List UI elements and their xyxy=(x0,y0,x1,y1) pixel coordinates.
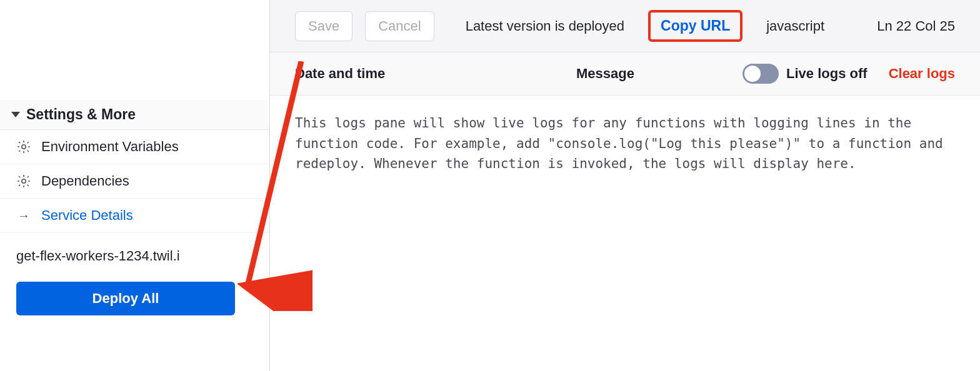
toggle-knob xyxy=(744,66,761,82)
clear-logs-button[interactable]: Clear logs xyxy=(889,66,955,82)
logs-placeholder: This logs pane will show live logs for a… xyxy=(270,96,980,192)
editor-toolbar: Save Cancel Latest version is deployed C… xyxy=(270,0,980,52)
logs-header: Date and time Message Live logs off Clea… xyxy=(270,52,980,96)
logs-col-message: Message xyxy=(576,66,689,82)
deploy-status: Latest version is deployed xyxy=(466,18,624,34)
sidebar-item-service-details[interactable]: → Service Details xyxy=(0,199,269,233)
service-domain: get-flex-workers-1234.twil.i xyxy=(0,233,269,273)
section-title: Settings & More xyxy=(26,106,136,123)
save-button[interactable]: Save xyxy=(295,11,352,41)
main-panel: Save Cancel Latest version is deployed C… xyxy=(270,0,980,371)
chevron-down-icon xyxy=(11,112,20,117)
copy-url-button[interactable]: Copy URL xyxy=(648,10,742,42)
sidebar-item-label: Dependencies xyxy=(41,173,129,189)
sidebar-item-label: Service Details xyxy=(41,207,133,224)
cancel-button[interactable]: Cancel xyxy=(365,11,434,41)
sidebar-section-header[interactable]: Settings & More xyxy=(0,100,269,130)
gear-icon xyxy=(16,174,31,189)
gear-icon xyxy=(16,139,31,154)
svg-point-0 xyxy=(22,145,26,149)
sidebar: Settings & More Environment Variables De… xyxy=(0,0,270,371)
cursor-position: Ln 22 Col 25 xyxy=(877,18,955,34)
sidebar-item-dependencies[interactable]: Dependencies xyxy=(0,164,269,199)
logs-col-date: Date and time xyxy=(295,66,558,82)
arrow-right-icon: → xyxy=(16,209,31,223)
live-logs-label: Live logs off xyxy=(786,66,868,82)
deploy-all-button[interactable]: Deploy All xyxy=(16,282,235,315)
svg-point-1 xyxy=(22,179,26,183)
live-logs-toggle[interactable] xyxy=(742,64,779,84)
sidebar-item-env-vars[interactable]: Environment Variables xyxy=(0,130,269,164)
language-label: javascript xyxy=(766,18,824,34)
sidebar-item-label: Environment Variables xyxy=(41,139,179,155)
